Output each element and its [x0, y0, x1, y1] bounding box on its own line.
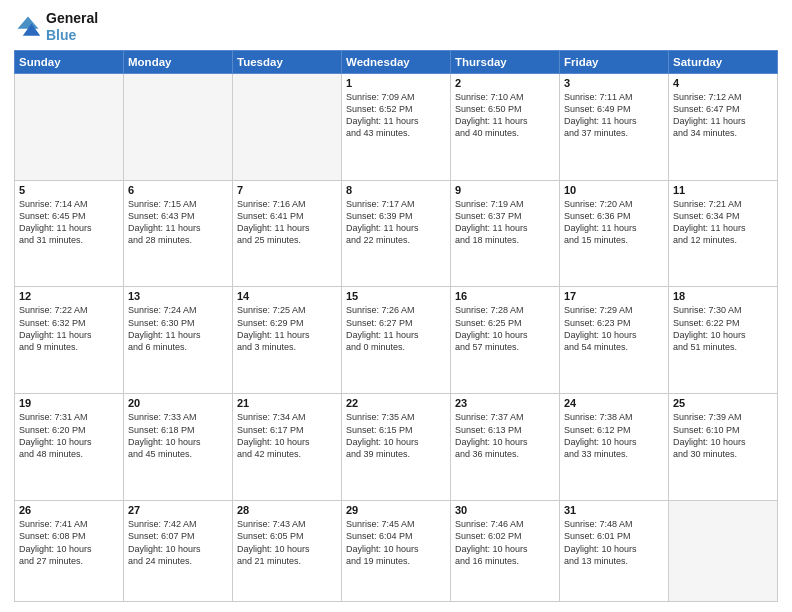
calendar-week-row: 26Sunrise: 7:41 AM Sunset: 6:08 PM Dayli…	[15, 501, 778, 602]
day-number: 19	[19, 397, 119, 409]
day-number: 6	[128, 184, 228, 196]
day-number: 29	[346, 504, 446, 516]
day-info: Sunrise: 7:14 AM Sunset: 6:45 PM Dayligh…	[19, 198, 119, 247]
day-info: Sunrise: 7:29 AM Sunset: 6:23 PM Dayligh…	[564, 304, 664, 353]
day-number: 23	[455, 397, 555, 409]
day-info: Sunrise: 7:48 AM Sunset: 6:01 PM Dayligh…	[564, 518, 664, 567]
calendar-cell: 29Sunrise: 7:45 AM Sunset: 6:04 PM Dayli…	[342, 501, 451, 602]
calendar-cell: 20Sunrise: 7:33 AM Sunset: 6:18 PM Dayli…	[124, 394, 233, 501]
day-number: 18	[673, 290, 773, 302]
calendar-cell	[15, 73, 124, 180]
calendar-cell	[124, 73, 233, 180]
day-info: Sunrise: 7:11 AM Sunset: 6:49 PM Dayligh…	[564, 91, 664, 140]
calendar-cell	[669, 501, 778, 602]
day-number: 21	[237, 397, 337, 409]
day-info: Sunrise: 7:37 AM Sunset: 6:13 PM Dayligh…	[455, 411, 555, 460]
day-number: 20	[128, 397, 228, 409]
calendar-cell: 5Sunrise: 7:14 AM Sunset: 6:45 PM Daylig…	[15, 180, 124, 287]
day-number: 30	[455, 504, 555, 516]
day-info: Sunrise: 7:39 AM Sunset: 6:10 PM Dayligh…	[673, 411, 773, 460]
day-number: 8	[346, 184, 446, 196]
calendar-cell: 31Sunrise: 7:48 AM Sunset: 6:01 PM Dayli…	[560, 501, 669, 602]
day-number: 10	[564, 184, 664, 196]
weekday-header: Thursday	[451, 50, 560, 73]
calendar-cell: 2Sunrise: 7:10 AM Sunset: 6:50 PM Daylig…	[451, 73, 560, 180]
day-number: 2	[455, 77, 555, 89]
day-info: Sunrise: 7:15 AM Sunset: 6:43 PM Dayligh…	[128, 198, 228, 247]
calendar-cell: 11Sunrise: 7:21 AM Sunset: 6:34 PM Dayli…	[669, 180, 778, 287]
day-number: 28	[237, 504, 337, 516]
day-info: Sunrise: 7:41 AM Sunset: 6:08 PM Dayligh…	[19, 518, 119, 567]
calendar-cell: 7Sunrise: 7:16 AM Sunset: 6:41 PM Daylig…	[233, 180, 342, 287]
weekday-header: Sunday	[15, 50, 124, 73]
day-info: Sunrise: 7:46 AM Sunset: 6:02 PM Dayligh…	[455, 518, 555, 567]
day-info: Sunrise: 7:43 AM Sunset: 6:05 PM Dayligh…	[237, 518, 337, 567]
header: General Blue	[14, 10, 778, 44]
day-info: Sunrise: 7:25 AM Sunset: 6:29 PM Dayligh…	[237, 304, 337, 353]
calendar-table: SundayMondayTuesdayWednesdayThursdayFrid…	[14, 50, 778, 602]
calendar-cell: 24Sunrise: 7:38 AM Sunset: 6:12 PM Dayli…	[560, 394, 669, 501]
day-info: Sunrise: 7:35 AM Sunset: 6:15 PM Dayligh…	[346, 411, 446, 460]
calendar-cell: 30Sunrise: 7:46 AM Sunset: 6:02 PM Dayli…	[451, 501, 560, 602]
weekday-header: Friday	[560, 50, 669, 73]
calendar-week-row: 1Sunrise: 7:09 AM Sunset: 6:52 PM Daylig…	[15, 73, 778, 180]
day-info: Sunrise: 7:45 AM Sunset: 6:04 PM Dayligh…	[346, 518, 446, 567]
day-number: 14	[237, 290, 337, 302]
day-number: 5	[19, 184, 119, 196]
calendar-cell	[233, 73, 342, 180]
logo-text: General Blue	[46, 10, 98, 44]
calendar-cell: 25Sunrise: 7:39 AM Sunset: 6:10 PM Dayli…	[669, 394, 778, 501]
day-info: Sunrise: 7:42 AM Sunset: 6:07 PM Dayligh…	[128, 518, 228, 567]
day-number: 4	[673, 77, 773, 89]
calendar-cell: 15Sunrise: 7:26 AM Sunset: 6:27 PM Dayli…	[342, 287, 451, 394]
day-number: 3	[564, 77, 664, 89]
calendar-cell: 6Sunrise: 7:15 AM Sunset: 6:43 PM Daylig…	[124, 180, 233, 287]
day-info: Sunrise: 7:19 AM Sunset: 6:37 PM Dayligh…	[455, 198, 555, 247]
weekday-header: Monday	[124, 50, 233, 73]
day-number: 16	[455, 290, 555, 302]
day-number: 22	[346, 397, 446, 409]
day-info: Sunrise: 7:10 AM Sunset: 6:50 PM Dayligh…	[455, 91, 555, 140]
calendar-cell: 21Sunrise: 7:34 AM Sunset: 6:17 PM Dayli…	[233, 394, 342, 501]
day-info: Sunrise: 7:38 AM Sunset: 6:12 PM Dayligh…	[564, 411, 664, 460]
calendar-cell: 13Sunrise: 7:24 AM Sunset: 6:30 PM Dayli…	[124, 287, 233, 394]
calendar-week-row: 12Sunrise: 7:22 AM Sunset: 6:32 PM Dayli…	[15, 287, 778, 394]
weekday-header: Saturday	[669, 50, 778, 73]
calendar-week-row: 5Sunrise: 7:14 AM Sunset: 6:45 PM Daylig…	[15, 180, 778, 287]
day-number: 24	[564, 397, 664, 409]
page: General Blue SundayMondayTuesdayWednesda…	[0, 0, 792, 612]
day-info: Sunrise: 7:33 AM Sunset: 6:18 PM Dayligh…	[128, 411, 228, 460]
day-info: Sunrise: 7:28 AM Sunset: 6:25 PM Dayligh…	[455, 304, 555, 353]
weekday-header: Wednesday	[342, 50, 451, 73]
day-info: Sunrise: 7:12 AM Sunset: 6:47 PM Dayligh…	[673, 91, 773, 140]
calendar-cell: 8Sunrise: 7:17 AM Sunset: 6:39 PM Daylig…	[342, 180, 451, 287]
calendar-cell: 10Sunrise: 7:20 AM Sunset: 6:36 PM Dayli…	[560, 180, 669, 287]
day-info: Sunrise: 7:17 AM Sunset: 6:39 PM Dayligh…	[346, 198, 446, 247]
day-number: 26	[19, 504, 119, 516]
day-number: 17	[564, 290, 664, 302]
day-number: 1	[346, 77, 446, 89]
calendar-cell: 19Sunrise: 7:31 AM Sunset: 6:20 PM Dayli…	[15, 394, 124, 501]
calendar-cell: 17Sunrise: 7:29 AM Sunset: 6:23 PM Dayli…	[560, 287, 669, 394]
calendar-cell: 22Sunrise: 7:35 AM Sunset: 6:15 PM Dayli…	[342, 394, 451, 501]
day-info: Sunrise: 7:31 AM Sunset: 6:20 PM Dayligh…	[19, 411, 119, 460]
calendar-cell: 1Sunrise: 7:09 AM Sunset: 6:52 PM Daylig…	[342, 73, 451, 180]
calendar-cell: 3Sunrise: 7:11 AM Sunset: 6:49 PM Daylig…	[560, 73, 669, 180]
day-number: 31	[564, 504, 664, 516]
calendar-cell: 27Sunrise: 7:42 AM Sunset: 6:07 PM Dayli…	[124, 501, 233, 602]
day-number: 25	[673, 397, 773, 409]
day-number: 7	[237, 184, 337, 196]
day-info: Sunrise: 7:26 AM Sunset: 6:27 PM Dayligh…	[346, 304, 446, 353]
day-info: Sunrise: 7:09 AM Sunset: 6:52 PM Dayligh…	[346, 91, 446, 140]
calendar-cell: 4Sunrise: 7:12 AM Sunset: 6:47 PM Daylig…	[669, 73, 778, 180]
day-info: Sunrise: 7:24 AM Sunset: 6:30 PM Dayligh…	[128, 304, 228, 353]
day-info: Sunrise: 7:21 AM Sunset: 6:34 PM Dayligh…	[673, 198, 773, 247]
day-info: Sunrise: 7:16 AM Sunset: 6:41 PM Dayligh…	[237, 198, 337, 247]
logo-icon	[14, 13, 42, 41]
day-info: Sunrise: 7:22 AM Sunset: 6:32 PM Dayligh…	[19, 304, 119, 353]
calendar-cell: 12Sunrise: 7:22 AM Sunset: 6:32 PM Dayli…	[15, 287, 124, 394]
day-info: Sunrise: 7:20 AM Sunset: 6:36 PM Dayligh…	[564, 198, 664, 247]
day-number: 12	[19, 290, 119, 302]
day-number: 9	[455, 184, 555, 196]
day-number: 11	[673, 184, 773, 196]
